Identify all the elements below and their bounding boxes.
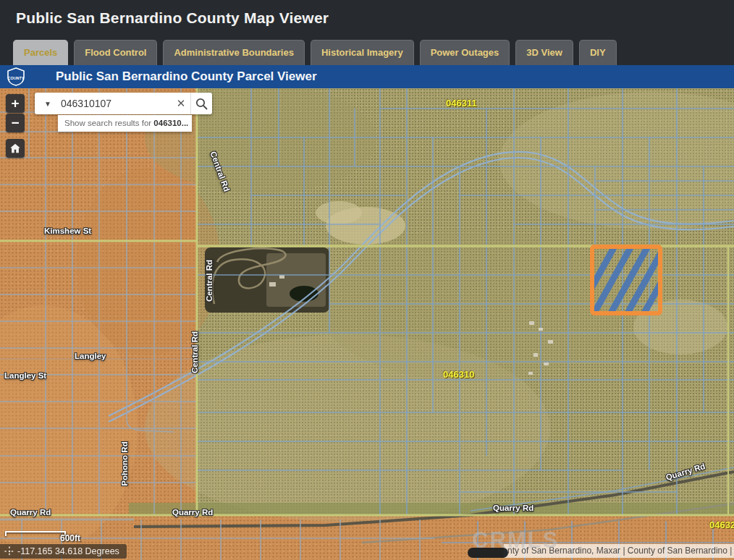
- minus-icon: −: [11, 115, 19, 131]
- street-label-quarry-2: Quarry Rd: [172, 508, 213, 517]
- close-icon: ✕: [177, 97, 186, 109]
- street-label-central-2: Central Rd: [205, 260, 214, 302]
- tab-parcels[interactable]: Parcels: [13, 40, 68, 65]
- zoom-in-button[interactable]: +: [6, 94, 25, 113]
- street-label-quarry-1: Quarry Rd: [10, 508, 51, 517]
- street-label-langley: Langley: [75, 352, 106, 360]
- tab-flood-control[interactable]: Flood Control: [74, 40, 157, 65]
- map-graphics-layer: [0, 88, 734, 560]
- suggestion-term: 046310...: [153, 119, 188, 127]
- page-title: Public San Bernardino County Map Viewer: [16, 9, 329, 27]
- county-logo-icon: COUNTY: [7, 67, 25, 86]
- tab-3d-view[interactable]: 3D View: [515, 40, 573, 65]
- motocross-track: [205, 247, 329, 313]
- street-label-quarry-3: Quarry Rd: [493, 504, 533, 512]
- home-icon: [9, 143, 21, 154]
- app-header: Public San Bernardino County Map Viewer …: [0, 0, 734, 65]
- tab-power-outages[interactable]: Power Outages: [420, 40, 510, 65]
- app-window: Public San Bernardino County Map Viewer …: [0, 0, 734, 560]
- county-logo-text: COUNTY: [8, 76, 25, 80]
- tab-administrative-boundaries[interactable]: Administrative Boundaries: [163, 40, 304, 65]
- clear-search-button[interactable]: ✕: [172, 97, 190, 110]
- scale-bar: [5, 531, 66, 536]
- suggestion-prefix: Show search results for: [64, 119, 153, 127]
- crosshair-icon: [4, 546, 14, 556]
- subheader-title: Public San Bernardino County Parcel View…: [56, 65, 317, 88]
- zoom-out-button[interactable]: −: [6, 114, 25, 132]
- search-icon: [195, 98, 208, 110]
- tab-historical-imagery[interactable]: Historical Imagery: [311, 40, 414, 65]
- parcel-book-label: 046311: [446, 98, 477, 109]
- subheader-bar: COUNTY Public San Bernardino County Parc…: [0, 65, 734, 88]
- parcel-book-label: 046310: [443, 369, 474, 380]
- search-submit-button[interactable]: [190, 93, 212, 114]
- crmls-watermark: CRMLS: [472, 527, 559, 553]
- scale-bar-label: 600ft: [60, 533, 80, 543]
- map-canvas[interactable]: 046311 046310 046320 Kimshew St Central …: [0, 88, 734, 560]
- parcel-book-label: 046320: [709, 519, 734, 530]
- search-box: ▼ ✕: [35, 93, 212, 114]
- street-label-pohono: Pohono Rd: [120, 441, 129, 485]
- street-label-kimshew: Kimshew St: [44, 226, 91, 235]
- plus-icon: +: [11, 96, 19, 111]
- search-input[interactable]: [61, 98, 172, 109]
- home-button[interactable]: [6, 139, 25, 158]
- tab-diy[interactable]: DIY: [579, 40, 617, 65]
- search-suggestion-item[interactable]: Show search results for 046310...: [58, 115, 192, 132]
- street-label-langley-st: Langley St: [4, 371, 46, 380]
- coordinates-readout: -117.165 34.618 Degrees: [0, 544, 127, 559]
- vegetation-band: [129, 503, 734, 516]
- street-label-central-3: Central Rd: [190, 331, 199, 373]
- tab-bar: Parcels Flood Control Administrative Bou…: [13, 40, 617, 65]
- search-source-dropdown[interactable]: ▼: [35, 100, 61, 108]
- chevron-down-icon: ▼: [44, 100, 51, 108]
